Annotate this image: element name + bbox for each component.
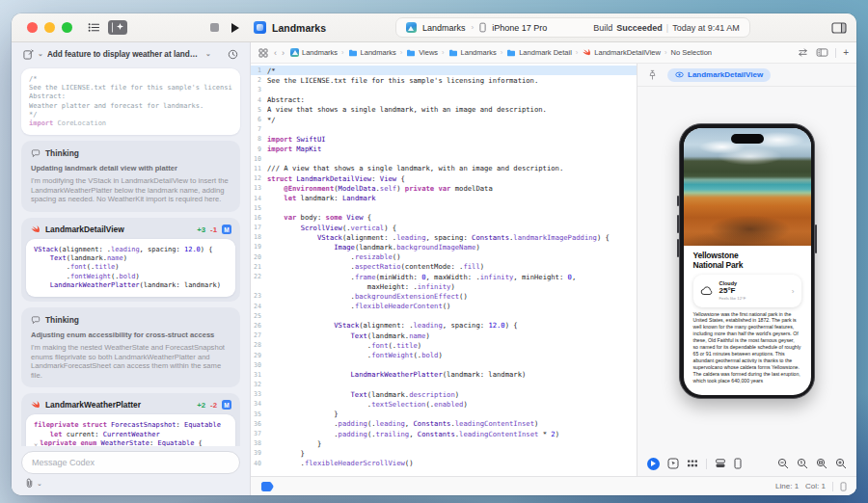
message-composer[interactable] — [21, 451, 240, 474]
code-line[interactable]: 5A view that shows a single landmark, wi… — [251, 105, 637, 115]
navigate-forward-icon[interactable]: › — [282, 48, 285, 58]
pin-preview-icon[interactable] — [647, 69, 658, 80]
add-editor-icon[interactable]: + — [843, 47, 849, 58]
breadcrumb-item[interactable]: Landmarks — [448, 48, 497, 57]
run-button[interactable] — [231, 22, 240, 34]
code-line[interactable]: 13 @Environment(ModelData.self) private … — [251, 183, 637, 193]
zoom-actual-size-icon[interactable] — [797, 458, 808, 469]
code-line[interactable]: 18 VStack(alignment: .leading, spacing: … — [251, 232, 637, 242]
related-items-icon[interactable] — [258, 48, 268, 58]
run-destination[interactable]: iPhone 17 Pro — [492, 23, 547, 33]
zoom-in-icon[interactable] — [835, 458, 847, 469]
new-assistant-chat-icon[interactable] — [108, 20, 127, 35]
iphone-screen[interactable]: Yellowstone National Park Cloudy 25°F — [684, 128, 811, 395]
thinking-card[interactable]: Thinking Updating landmark detail view w… — [21, 141, 240, 212]
chat-title[interactable]: Add feature to display weather at landma… — [47, 50, 202, 59]
code-line[interactable]: 2See the LICENSE.txt file for this sampl… — [251, 75, 637, 85]
code-line[interactable]: 11/// A view that shows a single landmar… — [251, 164, 637, 173]
breadcrumb-item[interactable]: Landmark Detail — [506, 48, 572, 57]
minimize-window-button[interactable] — [44, 22, 55, 33]
code-line[interactable]: 3 — [251, 85, 637, 94]
code-line[interactable]: 17 ScrollView(.vertical) { — [251, 223, 637, 232]
breadcrumb-item[interactable]: No Selection — [670, 48, 712, 57]
code-line[interactable]: 16 var body: some View { — [251, 213, 637, 223]
code-line[interactable]: 40 .flexibleHeaderScrollView() — [251, 459, 637, 468]
scheme-name[interactable]: Landmarks — [422, 23, 466, 33]
code-line[interactable]: 21 .aspectRatio(contentMode: .fill) — [251, 262, 637, 272]
code-line[interactable]: 24 .flexibleHeaderContent() — [251, 302, 637, 311]
live-preview-button[interactable] — [647, 458, 660, 470]
breadcrumb-item[interactable]: Views — [406, 48, 438, 57]
code-line[interactable]: 10 — [251, 154, 637, 164]
device-status-icon[interactable] — [840, 482, 847, 491]
file-diff-card[interactable]: LandmarkWeatherPlatter +2 -2 M filepriva… — [21, 393, 240, 446]
stop-button[interactable] — [210, 23, 219, 32]
window-toolbar: Landmarks Landmarks › iPhone 17 Pro Buil… — [12, 13, 856, 42]
code-line[interactable]: 38 } — [251, 438, 637, 448]
code-line[interactable]: 20 .resizable() — [251, 252, 637, 262]
zoom-out-icon[interactable] — [777, 458, 789, 469]
weather-platter[interactable]: Cloudy 25°F Feels like 12°F › — [693, 275, 801, 307]
code-line[interactable]: 19 Image(landmark.backgroundImageName) — [251, 242, 637, 252]
code-line[interactable]: 27 Text(landmark.name) — [251, 331, 637, 340]
swap-editor-icon[interactable] — [797, 48, 809, 57]
assistant-status-icon[interactable] — [260, 481, 274, 492]
history-icon[interactable] — [228, 49, 238, 60]
code-line[interactable]: 25 — [251, 311, 637, 321]
code-line[interactable]: 7 — [251, 124, 637, 134]
code-line[interactable]: maxHeight: .infinity) — [251, 281, 637, 291]
close-window-button[interactable] — [27, 22, 38, 33]
line-number: 20 — [251, 253, 267, 261]
editor-options-icon[interactable] — [816, 48, 828, 57]
landmark-description: Yellowstone was the first national park … — [693, 311, 801, 384]
code-line[interactable]: 8import SwiftUI — [251, 134, 637, 144]
preview-chip[interactable]: LandmarkDetailView — [667, 68, 771, 82]
sidebar-code-line: Abstract: — [29, 93, 232, 101]
code-line[interactable]: 28 .font(.title) — [251, 340, 637, 350]
color-scheme-icon[interactable] — [715, 458, 726, 469]
fullscreen-window-button[interactable] — [62, 22, 72, 33]
file-diff-card[interactable]: LandmarkDetailView +3 -1 M VStack(alignm… — [21, 218, 240, 302]
zoom-to-fit-icon[interactable] — [816, 458, 827, 469]
code-line[interactable]: 23 .backgroundExtensionEffect() — [251, 291, 637, 301]
chevron-down-icon[interactable]: ⌄ — [38, 50, 43, 58]
variants-mode-icon[interactable] — [687, 458, 698, 469]
code-line[interactable]: 4Abstract: — [251, 95, 637, 105]
chevron-down-icon[interactable]: ⌄ — [34, 439, 38, 446]
chat-list-icon[interactable] — [88, 22, 100, 33]
inspector-toggle-icon[interactable] — [831, 22, 847, 34]
code-line[interactable]: 15 — [251, 203, 637, 213]
compose-icon[interactable] — [23, 49, 34, 60]
breadcrumb-item[interactable]: Landmarks — [348, 48, 396, 57]
code-line[interactable]: 12struct LandmarkDetailView: View { — [251, 173, 637, 183]
code-line[interactable]: 35 } — [251, 410, 637, 419]
code-line[interactable]: 39 } — [251, 448, 637, 458]
code-line[interactable]: 29 .fontWeight(.bold) — [251, 350, 637, 359]
build-status[interactable]: Build Succeeded | Today at 9:41 AM — [593, 23, 739, 33]
iphone-preview[interactable]: Yellowstone National Park Cloudy 25°F — [679, 123, 815, 399]
code-line[interactable]: 32 — [251, 380, 637, 389]
code-line[interactable]: 36 .padding(.leading, Constants.leadingC… — [251, 419, 637, 429]
device-settings-icon[interactable] — [734, 458, 742, 469]
code-line[interactable]: 31 LandmarkWeatherPlatter(landmark: land… — [251, 370, 637, 380]
chevron-down-icon[interactable]: ⌄ — [205, 50, 211, 58]
attachment-chevron-icon[interactable]: ⌄ — [37, 480, 42, 488]
code-line[interactable]: 26 VStack(alignment: .leading, spacing: … — [251, 321, 637, 331]
code-line[interactable]: 22 .frame(minWidth: 0, maxWidth: .infini… — [251, 272, 637, 281]
breadcrumb-item[interactable]: LandmarkDetailView — [582, 48, 661, 57]
source-editor[interactable]: 1/*2See the LICENSE.txt file for this sa… — [251, 64, 637, 476]
attachment-icon[interactable] — [25, 478, 34, 489]
code-line[interactable]: 34 .textSelection(.enabled) — [251, 399, 637, 409]
code-line[interactable]: 30 — [251, 360, 637, 370]
code-line[interactable]: 6*/ — [251, 115, 637, 124]
thinking-card[interactable]: Thinking Adjusting enum accessibility fo… — [21, 307, 240, 387]
code-line[interactable]: 37 .padding(.trailing, Constants.leading… — [251, 429, 637, 438]
code-line[interactable]: 33 Text(landmark.description) — [251, 389, 637, 399]
navigate-back-icon[interactable]: ‹ — [274, 48, 277, 58]
code-line[interactable]: 9import MapKit — [251, 145, 637, 154]
breadcrumb-item[interactable]: Landmarks — [290, 48, 338, 57]
message-input[interactable] — [32, 458, 230, 467]
selectable-mode-icon[interactable] — [667, 458, 679, 469]
code-line[interactable]: 1/* — [251, 66, 637, 75]
code-line[interactable]: 14 let landmark: Landmark — [251, 193, 637, 202]
